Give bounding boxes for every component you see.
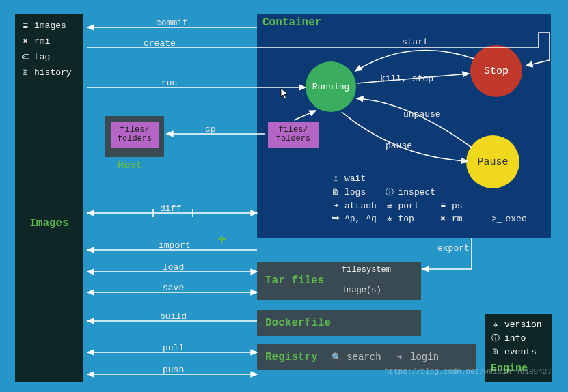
label-load: load [163, 262, 184, 272]
label-import: import [159, 240, 191, 251]
label-unpause: unpause [403, 109, 441, 120]
label-export: export [437, 243, 470, 253]
label-create: create [144, 38, 176, 48]
label-killstop: kill, stop [380, 74, 433, 84]
label-build: build [160, 311, 187, 322]
label-pull: pull [163, 343, 184, 353]
svg-line-4 [294, 111, 316, 120]
label-pause: pause [386, 141, 412, 151]
label-run: run [161, 78, 177, 88]
label-cp: cp [205, 124, 216, 135]
label-start: start [402, 37, 429, 47]
label-diff: diff [160, 204, 181, 214]
arrows-layer [0, 0, 568, 392]
label-save: save [163, 283, 184, 293]
label-commit: commit [156, 18, 188, 28]
label-push: push [163, 365, 184, 375]
